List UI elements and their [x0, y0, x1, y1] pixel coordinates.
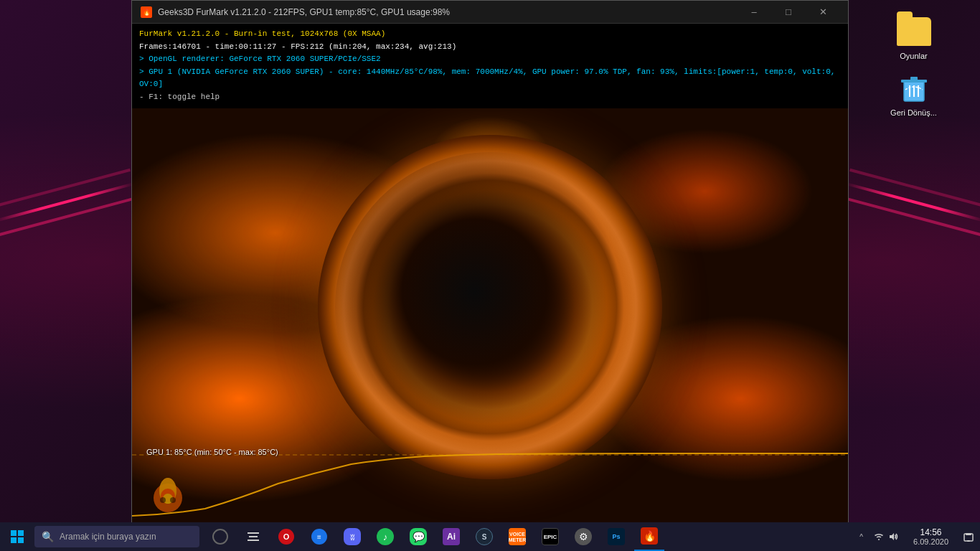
svg-rect-14 [18, 530, 24, 536]
clock[interactable]: 14:56 6.09.2020 [906, 522, 956, 551]
furmark-info-line3: > OpenGL renderer: GeForce RTX 2060 SUPE… [139, 53, 841, 66]
desktop-icons-area: Oyunlar Geri Dönüş... [847, 0, 980, 131]
settings-taskbar-button[interactable]: ⚙ [568, 522, 598, 551]
svg-rect-9 [910, 77, 918, 81]
svg-point-5 [160, 497, 166, 503]
furmark-window: 🔥 Geeks3D FurMark v1.21.2.0 - 212FPS, GP… [131, 0, 849, 524]
svg-rect-19 [966, 533, 971, 535]
unknown-purple-icon: Ai [443, 528, 460, 545]
furmark-window-icon: 🔥 [141, 6, 152, 18]
desktop-icon-label-oyunlar: Oyunlar [900, 52, 928, 60]
photoshop-taskbar-button[interactable]: Ps [601, 522, 631, 551]
epic-games-icon: EPIC [542, 528, 559, 545]
discord-taskbar-button[interactable]: ʬ [337, 522, 367, 551]
svg-rect-16 [18, 537, 24, 543]
taskbar-items: O ≡ ʬ [205, 522, 664, 551]
tray-chevron-button[interactable]: ^ [857, 533, 866, 541]
start-button[interactable] [0, 522, 34, 551]
window-title: Geeks3D FurMark v1.21.2.0 - 212FPS, GPU1… [158, 7, 738, 17]
close-button[interactable]: ✕ [806, 1, 839, 24]
tray-icons [867, 531, 905, 542]
furmark-logo [139, 458, 197, 516]
epic-games-taskbar-button[interactable]: EPIC [535, 522, 565, 551]
task-view-button[interactable] [238, 522, 268, 551]
furmark-taskbar-icon: 🔥 [641, 527, 658, 545]
svg-point-6 [170, 497, 176, 503]
furmark-info-line1: FurMark v1.21.2.0 - Burn-in test, 1024x7… [139, 28, 841, 41]
svg-rect-15 [11, 537, 17, 543]
search-icon: 🔍 [42, 531, 54, 542]
cortana-button[interactable] [205, 522, 235, 551]
furmark-info-line2: Frames:146701 - time:00:11:27 - FPS:212 … [139, 41, 841, 54]
photoshop-icon: Ps [608, 528, 625, 545]
search-bar[interactable]: 🔍 Aramak için buraya yazın [34, 526, 199, 547]
whatsapp-icon: 💬 [410, 528, 427, 545]
network-icon[interactable] [873, 531, 885, 542]
cortana-icon [212, 529, 228, 545]
render-area: GPU 1: 85°C (min: 50°C - max: 85°C) [132, 108, 848, 523]
steam-icon: S [476, 528, 493, 545]
svg-rect-20 [967, 540, 970, 542]
furball [318, 135, 662, 479]
spotify-taskbar-button[interactable]: ♪ [370, 522, 400, 551]
furmark-info-line5: - F1: toggle help [139, 91, 841, 104]
steam-taskbar-button[interactable]: S [469, 522, 499, 551]
minimize-button[interactable]: – [738, 1, 771, 24]
whatsapp-taskbar-button[interactable]: 💬 [403, 522, 433, 551]
notification-button[interactable] [957, 522, 980, 551]
spotify-icon: ♪ [377, 528, 394, 545]
opera-icon: O [278, 528, 295, 545]
settings-icon: ⚙ [575, 528, 592, 545]
desktop-decoration-left [0, 0, 133, 524]
svg-rect-13 [11, 530, 17, 536]
taskbar-action-icon: ≡ [311, 528, 328, 545]
opera-taskbar-button[interactable]: O [271, 522, 301, 551]
window-titlebar: 🔥 Geeks3D FurMark v1.21.2.0 - 212FPS, GP… [132, 1, 848, 24]
desktop-icon-label-recycle: Geri Dönüş... [890, 108, 937, 117]
furmark-taskbar-button[interactable]: 🔥 [634, 522, 664, 551]
system-tray: ^ 14:56 [857, 522, 980, 551]
voicemeter-icon: VOICE METER [509, 528, 526, 545]
desktop-icon-recycle[interactable]: Geri Dönüş... [885, 71, 943, 117]
discord-icon: ʬ [344, 528, 361, 545]
search-placeholder: Aramak için buraya yazın [60, 532, 156, 542]
clock-time: 14:56 [920, 527, 942, 537]
maximize-button[interactable]: □ [772, 1, 805, 24]
taskbar: 🔍 Aramak için buraya yazın [0, 522, 980, 551]
volume-icon[interactable] [887, 531, 899, 542]
voicemeter-taskbar-button[interactable]: VOICE METER [502, 522, 532, 551]
desktop-icon-oyunlar[interactable]: Oyunlar [885, 14, 943, 60]
recycle-bin-icon [897, 71, 931, 105]
desktop: 🔥 Geeks3D FurMark v1.21.2.0 - 212FPS, GP… [0, 0, 980, 551]
svg-marker-17 [890, 533, 894, 540]
window-controls: – □ ✕ [738, 1, 839, 24]
folder-icon [897, 14, 931, 49]
clock-date: 6.09.2020 [913, 537, 948, 546]
task-view-icon [248, 532, 259, 541]
info-overlay: FurMark v1.21.2.0 - Burn-in test, 1024x7… [132, 24, 848, 108]
taskbar-action-button[interactable]: ≡ [304, 522, 334, 551]
unknown-purple-taskbar-button[interactable]: Ai [436, 522, 466, 551]
furmark-info-line4: > GPU 1 (NVIDIA GeForce RTX 2060 SUPER) … [139, 66, 841, 91]
